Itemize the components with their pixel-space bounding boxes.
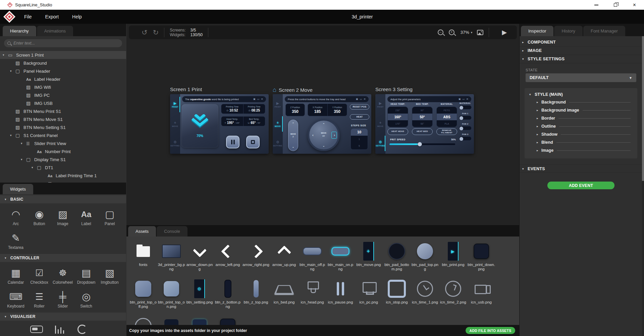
menu-file[interactable]: File — [24, 14, 39, 19]
caret-icon[interactable]: ▾ — [3, 53, 8, 57]
widget-item[interactable]: ▧ Imgbutton — [98, 263, 121, 287]
temperature-panel[interactable]: Head Temp.⌖195°/ 195° Bed Temp.⊔65°/ 65° — [221, 116, 265, 126]
toggle-switch[interactable] — [459, 136, 472, 141]
heat-button[interactable]: HEAT — [350, 114, 369, 120]
tree-item[interactable]: BTN Menu Move S1 — [0, 115, 126, 123]
screen-card-move[interactable]: Press the control buttons to move the tr… — [273, 94, 371, 154]
asset-item[interactable]: arrow_left.png — [214, 241, 242, 279]
play-button[interactable]: ▶ — [502, 28, 507, 36]
chevron-up-icon[interactable]: ⌃ — [292, 122, 294, 125]
roller-widget[interactable]: HEAD TEMP. 230° 160° 170° — [387, 103, 408, 127]
fit-image-icon[interactable] — [477, 30, 483, 35]
style-property-row[interactable]: ▸ Blend — [529, 138, 633, 146]
mock-nav-print[interactable]: ▶PRINT — [273, 97, 283, 112]
tree-item[interactable]: Background — [0, 59, 126, 67]
setting-action-button[interactable]: REMOVE FILAMENT — [436, 128, 457, 135]
section-image[interactable]: ▸ IMAGE — [520, 47, 642, 55]
asset-item[interactable]: btn_print_top_off.png — [129, 279, 157, 316]
asset-item[interactable]: btn_pad_top.png — [411, 241, 439, 279]
zoom-in-icon[interactable]: + — [449, 29, 454, 35]
roller-selected[interactable]: 50° — [412, 114, 432, 120]
widget-item[interactable]: ☸ Colorwheel — [51, 263, 74, 287]
print-speed-slider[interactable] — [389, 143, 455, 145]
tree-item[interactable]: ▾ Display Time S1 — [0, 155, 126, 163]
zoom-level[interactable]: 37% — [461, 30, 469, 35]
mock-nav-setting[interactable]: ⚙SETTING — [375, 136, 385, 151]
roller-selected[interactable]: ABS — [437, 114, 457, 120]
caret-icon[interactable]: ▾ — [32, 166, 37, 169]
asset-item[interactable]: arrow_right.png — [242, 241, 270, 279]
section-style-settings[interactable]: ▾ STYLE SETTINGS — [520, 55, 642, 63]
mock-nav-print[interactable]: ▶PRINT — [375, 97, 385, 112]
roller-option[interactable]: PLA — [437, 120, 457, 127]
scrollbar-thumb[interactable] — [642, 36, 644, 181]
asset-item[interactable]: btn_main_on.png — [326, 241, 355, 279]
widget-chart-icon[interactable] — [52, 323, 66, 336]
chevron-down-icon[interactable]: ⌄ — [292, 145, 294, 148]
asset-item[interactable] — [185, 316, 214, 325]
menu-export[interactable]: Export — [45, 14, 66, 19]
style-property-row[interactable]: ▸ Background — [529, 98, 633, 106]
chevron-up-icon[interactable]: ⌃ — [309, 123, 338, 126]
chevron-down-icon[interactable]: ▾ — [471, 31, 473, 34]
asset-item[interactable]: icn_pause.png — [326, 279, 355, 316]
roller-selected[interactable]: 160° — [388, 114, 408, 120]
move-z-control[interactable]: ⌃ MOVEZ ⌄ — [288, 120, 298, 151]
caret-icon[interactable]: ▾ — [10, 134, 15, 137]
widget-item[interactable]: ▤ Dropdown — [74, 263, 98, 287]
roller-option[interactable]: 170° — [388, 120, 408, 127]
section-visualiser[interactable]: ▾ VISUALISER — [0, 313, 126, 321]
minimize-button[interactable] — [587, 0, 606, 10]
tree-item[interactable]: ▾ Panel Header — [0, 67, 126, 75]
asset-item[interactable] — [157, 316, 185, 325]
tree-item[interactable]: IMG Wifi — [0, 83, 126, 91]
state-dropdown[interactable]: DEFAULT ▼ — [526, 73, 636, 82]
screen-card-setting[interactable]: Adjust the print parameters ▣▭≋ ▶PRINT +… — [375, 94, 474, 154]
style-property-row[interactable]: ▸ Background image — [529, 106, 633, 114]
widget-item[interactable]: ✎ Textarea — [4, 228, 28, 252]
widget-item[interactable]: ◠ Arc — [4, 205, 28, 228]
pause-button[interactable] — [226, 136, 239, 148]
printing-time-panel[interactable]: Printing Time◷10:52 Printing Time◷08:25 — [221, 104, 265, 114]
asset-item[interactable]: btn_setting.png — [185, 279, 214, 316]
steps-size-stepper[interactable]: 1015 — [351, 128, 368, 150]
asset-item[interactable]: icn_head.png — [298, 279, 326, 316]
asset-item[interactable]: 3d_printer_bg.png — [157, 241, 185, 279]
add-file-into-assets-button[interactable]: ADD FILE INTO ASSETS — [466, 327, 515, 334]
widget-item[interactable]: ⌨ Keyboard — [4, 287, 28, 311]
asset-item[interactable]: icn_bed.png — [270, 279, 298, 316]
asset-item[interactable]: fonts — [129, 241, 157, 279]
section-events[interactable]: ▾ EVENTS — [520, 164, 642, 173]
section-controller[interactable]: ▾ CONTROLLER — [0, 254, 126, 262]
asset-item[interactable]: btn_print_top_on.png — [157, 279, 185, 316]
z-position-panel[interactable]: Z Position350 — [285, 104, 305, 116]
panel-tab[interactable]: Font Manager — [583, 26, 625, 36]
caret-icon[interactable]: ▾ — [21, 158, 26, 161]
mock-nav-move[interactable]: +MOVE — [170, 116, 180, 132]
print-preview-panel[interactable]: 70% — [181, 104, 218, 148]
mock-nav-move[interactable]: +MOVE — [273, 116, 283, 132]
asset-item[interactable]: icn_time_1.png — [411, 279, 439, 316]
tree-item[interactable]: Label Printing Time 1 — [0, 172, 126, 180]
undo-button[interactable]: ↺ — [142, 28, 148, 37]
slider-knob[interactable] — [418, 142, 422, 146]
asset-item[interactable]: btn_print.png — [439, 241, 467, 279]
asset-item[interactable]: icn_stop.png — [383, 279, 411, 316]
widget-item[interactable]: Aa Label — [74, 205, 98, 228]
toggle-switch[interactable] — [459, 116, 472, 120]
stop-button[interactable] — [246, 136, 260, 148]
toggle-switch[interactable] — [459, 126, 472, 130]
asset-item[interactable] — [129, 316, 157, 325]
tree-item[interactable]: IMG USB — [0, 99, 126, 107]
tree-item[interactable]: BTN Menu Print S1 — [0, 107, 126, 115]
tree-item[interactable]: ▾ Slider Print View — [0, 139, 126, 147]
mock-nav-move[interactable]: +MOVE — [375, 116, 385, 132]
style-property-row[interactable]: ▸ Image — [529, 146, 633, 154]
panel-tab[interactable]: Assets — [128, 226, 156, 237]
asset-item[interactable]: arrow_down.png — [185, 241, 214, 279]
roller-option[interactable]: 230° — [388, 107, 408, 114]
roller-option[interactable]: PETG — [437, 107, 457, 114]
widget-item[interactable]: ╪ Slider — [51, 287, 74, 311]
mock-nav-setting[interactable]: ⚙SETTING — [273, 136, 283, 151]
panel-tab[interactable]: Console — [157, 226, 187, 237]
